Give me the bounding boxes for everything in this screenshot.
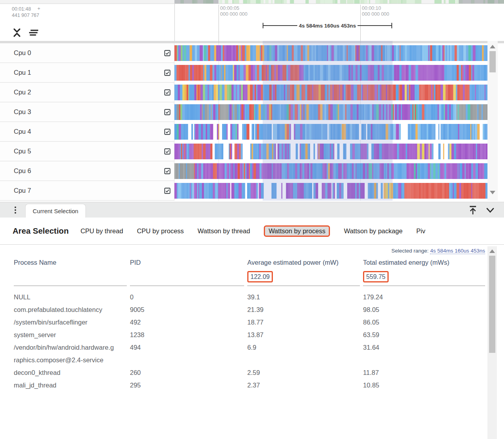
panel-title: Area Selection [13, 226, 69, 236]
tab-current-selection[interactable]: Current Selection [25, 204, 86, 218]
table-scrollbar-thumb[interactable] [489, 256, 495, 353]
scroll-up-arrow-icon[interactable] [490, 45, 495, 48]
cell-avg-power: 6.9 [247, 341, 360, 354]
selection-duration-bracket: 4s 584ms 160us 453ns [263, 23, 392, 28]
cell-process-name: /vendor/bin/hw/android.hardware.graphics… [14, 341, 115, 366]
expand-panel-top-icon[interactable] [468, 205, 478, 215]
time-ruler[interactable]: 00:01:48441 907 767 + 00:00:05000 000 00… [0, 4, 504, 41]
cpu-track-row: Cpu 6 [0, 161, 504, 181]
collapse-tracks-icon[interactable] [12, 28, 22, 38]
cpu-track-row: Cpu 5 [0, 142, 504, 161]
cpu-tracks-panel: Cpu 0 Cpu 1 [0, 41, 504, 201]
track-panel-divider [174, 4, 175, 41]
cell-pid: 260 [130, 366, 244, 379]
selected-range-link[interactable]: 4s 584ms 160us 453ns [430, 248, 485, 254]
cursor-timestamp: 00:01:48441 907 767 [12, 6, 39, 18]
column-header-total-energy: Total estimated energy (mWs) [363, 255, 485, 267]
cell-pid: 1238 [130, 328, 244, 341]
cell-avg-power: 18.77 [247, 316, 360, 328]
cell-pid: 295 [130, 379, 244, 391]
track-checkbox[interactable] [164, 187, 171, 194]
cell-total-energy: 63.59 [363, 328, 485, 341]
selected-range: Selected range: 4s 584ms 160us 453ns [391, 248, 485, 254]
tracks-scrollbar-thumb[interactable] [489, 51, 496, 72]
track-label-cell: Cpu 2 [0, 83, 174, 102]
track-label: Cpu 4 [14, 122, 31, 141]
track-checkbox[interactable] [164, 50, 171, 57]
table-scrollbar[interactable] [487, 246, 497, 439]
table-body-spacer [14, 286, 485, 291]
track-checkbox[interactable] [164, 128, 171, 135]
track-checkbox[interactable] [164, 69, 171, 76]
track-label-cell: Cpu 1 [0, 63, 174, 83]
column-header-avg-power: Average estimated power (mW) [247, 255, 360, 267]
track-label-cell: Cpu 0 [0, 43, 174, 63]
track-label: Cpu 7 [14, 181, 31, 200]
totals-row-spacer [14, 267, 127, 286]
panel-tab-cpu-by-process[interactable]: CPU by process [137, 226, 184, 236]
area-selection-overlay[interactable] [263, 41, 393, 201]
total-energy-highlight: 559.75 [363, 271, 389, 282]
cell-process-name: /system/bin/surfaceflinger [14, 316, 115, 328]
cell-pid: 9005 [130, 303, 244, 316]
scroll-down-arrow-icon[interactable] [490, 191, 495, 194]
ruler-tick-label: 00:00:05000 000 000 [220, 6, 248, 17]
track-label: Cpu 2 [14, 83, 31, 102]
trace-overview-minimap[interactable] [0, 0, 504, 4]
track-label: Cpu 1 [14, 63, 31, 82]
track-checkbox[interactable] [164, 148, 171, 155]
cpu-track-row: Cpu 2 [0, 83, 504, 102]
cell-process-name: NULL [14, 291, 115, 303]
cell-avg-power: 2.59 [247, 366, 360, 379]
column-header-pid: PID [130, 255, 244, 267]
sort-tracks-icon[interactable] [28, 28, 39, 38]
cell-total-energy: 98.05 [363, 303, 485, 316]
cpu-track-row: Cpu 4 [0, 122, 504, 142]
track-checkbox[interactable] [164, 89, 171, 96]
cpu-track-row: Cpu 3 [0, 102, 504, 122]
track-label-cell: Cpu 6 [0, 161, 174, 181]
panel-tab-cpu-by-thread[interactable]: CPU by thread [80, 226, 123, 236]
cell-total-energy: 179.24 [363, 291, 485, 303]
panel-tab-piv[interactable]: Piv [416, 226, 425, 236]
scroll-up-arrow-icon[interactable] [489, 249, 495, 253]
track-checkbox[interactable] [164, 168, 171, 175]
ruler-tick-label: 00:00:10000 000 000 [362, 6, 389, 17]
cell-total-energy: 86.05 [363, 316, 485, 328]
track-label-cell: Cpu 5 [0, 142, 174, 161]
cell-total-energy: 11.87 [363, 366, 485, 379]
total-energy-cell: 559.75 [363, 267, 485, 286]
track-label-cell: Cpu 4 [0, 122, 174, 142]
cell-avg-power: 21.39 [247, 303, 360, 316]
cell-avg-power: 13.87 [247, 328, 360, 341]
cell-total-energy: 31.64 [363, 341, 485, 354]
cell-avg-power: 2.37 [247, 379, 360, 391]
cpu-track-row: Cpu 0 [0, 43, 504, 63]
cursor-plus-sign: + [37, 6, 40, 11]
selection-duration-text: 4s 584ms 160us 453ns [297, 23, 358, 29]
panel-tab-wattson-by-package[interactable]: Wattson by package [344, 226, 402, 236]
ruler-gridline [219, 5, 219, 41]
total-avg-power-cell: 122.09 [247, 267, 360, 286]
panel-tab-wattson-by-thread[interactable]: Wattson by thread [198, 226, 250, 236]
panel-tab-wattson-by-process[interactable]: Wattson by process [264, 225, 330, 237]
wattson-by-process-table: Selected range: 4s 584ms 160us 453ns Pro… [0, 245, 504, 439]
cell-process-name: com.prefabulated.touchlatency [14, 303, 115, 316]
track-label: Cpu 0 [14, 43, 31, 63]
total-avg-power-highlight: 122.09 [247, 271, 273, 282]
track-label: Cpu 6 [14, 161, 31, 181]
cpu-track-row: Cpu 1 [0, 63, 504, 83]
cell-process-name: system_server [14, 328, 115, 341]
cell-total-energy: 10.85 [363, 379, 485, 391]
bottom-panel-tabstrip: Current Selection [0, 202, 504, 218]
cell-avg-power: 39.1 [247, 291, 360, 303]
collapse-panel-chevron-down-icon[interactable] [485, 205, 495, 215]
panel-menu-kebab-icon[interactable] [12, 205, 19, 215]
cell-process-name: decon0_kthread [14, 366, 115, 379]
cell-pid: 494 [130, 341, 244, 354]
perfetto-trace-viewer: 00:01:48441 907 767 + 00:00:05000 000 00… [0, 0, 504, 439]
column-header-process-name: Process Name [14, 255, 127, 267]
tracks-scrollbar[interactable] [487, 41, 498, 201]
track-checkbox[interactable] [164, 109, 171, 116]
cell-pid: 492 [130, 316, 244, 328]
